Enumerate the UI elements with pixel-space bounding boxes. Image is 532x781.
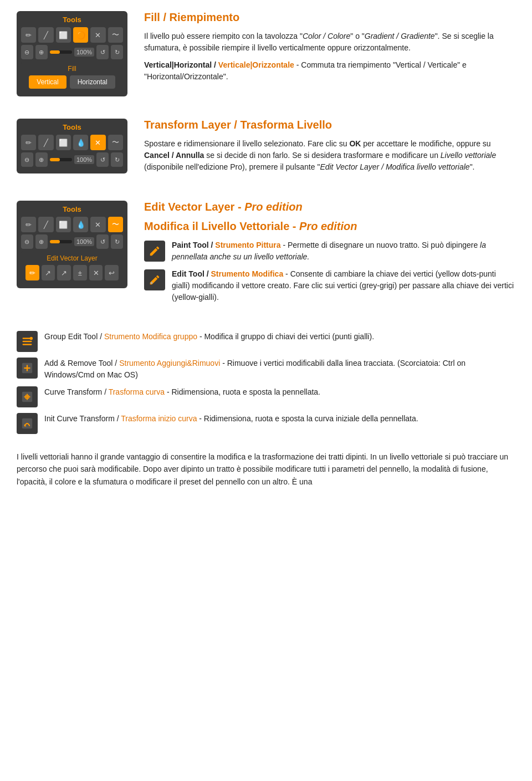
- zoom-row-3: ⊖ ⊕ 100% ↺ ↻: [21, 234, 123, 249]
- tool-row-1: ✏ ╱ ⬜ 🟠 ✕ 〜: [21, 27, 123, 43]
- edit-tool-icon-box: [144, 269, 165, 290]
- tools-panel-title-2: Tools: [21, 123, 123, 131]
- group-edit-tool-text: Group Edit Tool / Strumento Modifica gru…: [44, 331, 515, 343]
- ev-edit-btn[interactable]: ↗: [42, 265, 55, 280]
- tool-row-3: ✏ ╱ ⬜ 💧 ✕ 〜: [21, 217, 123, 232]
- redo-btn-2[interactable]: ↻: [111, 152, 123, 167]
- fill-sub-title: Fill: [25, 65, 119, 73]
- ev-group-btn[interactable]: ↗: [57, 265, 71, 280]
- undo-btn-1[interactable]: ↺: [96, 45, 109, 59]
- zoom-row-1: ⊖ ⊕ 100% ↺ ↻: [21, 45, 123, 59]
- transform-section: Tools ✏ ╱ ⬜ 💧 ✕ 〜 ⊖ ⊕ 100% ↺ ↻ Transform…: [17, 119, 515, 178]
- shape-tool-btn-2[interactable]: ⬜: [56, 135, 71, 150]
- transform-content: Transform Layer / Trasforma Livello Spos…: [144, 119, 515, 178]
- init-curve-item: Init Curve Transform / Trasforma inizio …: [17, 413, 515, 434]
- wave-tool-btn-3[interactable]: 〜: [108, 217, 123, 232]
- final-paragraph: I livelli vettoriali hanno il grande van…: [17, 451, 515, 488]
- tools-panel-title-1: Tools: [21, 16, 123, 24]
- paint-tool-icon-box: [144, 241, 165, 262]
- group-edit-icon-box: [17, 331, 38, 352]
- edit-tool-desc: Edit Tool / Strumento Modifica - Consent…: [172, 268, 515, 303]
- paint-tool-row: Paint Tool / Strumento Pittura - Permett…: [144, 239, 515, 263]
- paint-tool-desc: Paint Tool / Strumento Pittura - Permett…: [172, 239, 515, 263]
- zoom-out-btn-1[interactable]: ⊖: [21, 45, 33, 59]
- undo-btn-2[interactable]: ↺: [96, 152, 109, 167]
- ev-add-btn[interactable]: ±: [73, 265, 87, 280]
- ev-btn-row: ✏ ↗ ↗ ± ✕ ↩: [25, 265, 119, 280]
- pencil-tool-btn-3[interactable]: ╱: [38, 217, 53, 232]
- fill-tool-btn-3[interactable]: 💧: [73, 217, 88, 232]
- pencil-tool-btn[interactable]: ╱: [38, 27, 53, 43]
- pencil-tool-btn-2[interactable]: ╱: [38, 135, 53, 150]
- fill-buttons: Vertical Horizontal: [25, 75, 119, 89]
- ev-paint-btn[interactable]: ✏: [25, 265, 39, 280]
- fill-content: Fill / Riempimento Il livello può essere…: [144, 11, 515, 88]
- ev-curve-btn[interactable]: ✕: [89, 265, 103, 280]
- zoom-in-btn-3[interactable]: ⊕: [35, 234, 48, 249]
- edit-vector-section: Tools ✏ ╱ ⬜ 💧 ✕ 〜 ⊖ ⊕ 100% ↺ ↻ Edit Vect…: [17, 201, 515, 309]
- brush-tool-btn[interactable]: ✏: [21, 27, 36, 43]
- zoom-out-btn-3[interactable]: ⊖: [21, 234, 33, 249]
- fill-para-1: Il livello può essere riempito con la ta…: [144, 30, 515, 54]
- wave-tool-btn[interactable]: 〜: [108, 27, 123, 43]
- zoom-pct-2: 100%: [74, 155, 94, 164]
- eraser-tool-btn-3[interactable]: ✕: [90, 217, 105, 232]
- redo-btn-3[interactable]: ↻: [111, 234, 123, 249]
- redo-btn-1[interactable]: ↻: [111, 45, 123, 59]
- fill-sub-panel: Fill Vertical Horizontal: [21, 62, 123, 92]
- svg-point-1: [30, 337, 33, 340]
- edit-vector-sub-title: Edit Vector Layer: [25, 254, 119, 262]
- vertical-btn[interactable]: Vertical: [29, 75, 66, 89]
- eraser-tool-btn[interactable]: ✕: [90, 27, 105, 43]
- zoom-slider-2[interactable]: [50, 158, 72, 161]
- zoom-row-2: ⊖ ⊕ 100% ↺ ↻: [21, 152, 123, 167]
- transform-tools-panel: Tools ✏ ╱ ⬜ 💧 ✕ 〜 ⊖ ⊕ 100% ↺ ↻: [17, 119, 127, 173]
- shape-tool-btn-3[interactable]: ⬜: [56, 217, 71, 232]
- svg-point-0: [151, 282, 153, 284]
- curve-transform-icon-box: [17, 386, 38, 407]
- zoom-out-btn-2[interactable]: ⊖: [21, 152, 33, 167]
- undo-btn-3[interactable]: ↺: [96, 234, 109, 249]
- add-remove-tool-text: Add & Remove Tool / Strumento Aggiungi&R…: [44, 358, 515, 381]
- init-curve-text: Init Curve Transform / Trasforma inizio …: [44, 413, 515, 425]
- transform-para: Spostare e ridimensionare il livello sel…: [144, 138, 515, 173]
- ev-init-btn[interactable]: ↩: [105, 265, 119, 280]
- add-remove-icon-box: [17, 358, 38, 379]
- paint-tool-icon: [149, 245, 161, 257]
- edit-vector-tools-panel: Tools ✏ ╱ ⬜ 💧 ✕ 〜 ⊖ ⊕ 100% ↺ ↻ Edit Vect…: [17, 201, 127, 288]
- final-text: I livelli vettoriali hanno il grande van…: [17, 451, 515, 488]
- fill-para-2: Vertical|Horizontal / Verticale|Orizzont…: [144, 59, 515, 83]
- init-curve-icon-box: [17, 413, 38, 434]
- zoom-in-btn-1[interactable]: ⊕: [35, 45, 48, 59]
- curve-transform-icon: [21, 391, 33, 403]
- init-curve-icon: [21, 417, 33, 430]
- edit-vector-title1: Edit Vector Layer - Pro edition: [144, 201, 515, 213]
- zoom-in-btn-2[interactable]: ⊕: [35, 152, 48, 167]
- curve-transform-text: Curve Transform / Trasforma curva - Ridi…: [44, 386, 515, 398]
- zoom-pct-3: 100%: [74, 237, 94, 246]
- transform-title: Transform Layer / Trasforma Livello: [144, 119, 515, 131]
- brush-tool-btn-2[interactable]: ✏: [21, 135, 36, 150]
- horizontal-btn[interactable]: Horizontal: [70, 75, 115, 89]
- tools-panel-title-3: Tools: [21, 205, 123, 213]
- fill-section: Tools ✏ ╱ ⬜ 🟠 ✕ 〜 ⊖ ⊕ 100% ↺ ↻ Fill Vert…: [17, 11, 515, 96]
- zoom-slider-1[interactable]: [50, 50, 72, 54]
- edit-vector-sub-panel: Edit Vector Layer ✏ ↗ ↗ ± ✕ ↩: [21, 251, 123, 284]
- fill-tools-panel: Tools ✏ ╱ ⬜ 🟠 ✕ 〜 ⊖ ⊕ 100% ↺ ↻ Fill Vert…: [17, 11, 127, 96]
- edit-tool-icon: [149, 274, 161, 286]
- zoom-slider-3[interactable]: [50, 240, 72, 243]
- edit-vector-title2: Modifica il Livello Vettoriale - Pro edi…: [144, 220, 515, 233]
- group-edit-icon: [21, 335, 33, 348]
- edit-tool-row: Edit Tool / Strumento Modifica - Consent…: [144, 268, 515, 303]
- shape-tool-btn[interactable]: ⬜: [56, 27, 71, 43]
- edit-vector-content: Edit Vector Layer - Pro edition Modifica…: [144, 201, 515, 309]
- fill-tool-btn-2[interactable]: 💧: [73, 135, 88, 150]
- transform-tool-btn[interactable]: ✕: [90, 135, 105, 150]
- add-remove-icon: [21, 362, 33, 374]
- fill-tool-btn[interactable]: 🟠: [73, 27, 88, 43]
- wave-tool-btn-2[interactable]: 〜: [108, 135, 123, 150]
- brush-tool-btn-3[interactable]: ✏: [21, 217, 36, 232]
- fill-title: Fill / Riempimento: [144, 11, 515, 24]
- add-remove-tool-item: Add & Remove Tool / Strumento Aggiungi&R…: [17, 358, 515, 381]
- group-edit-tool-item: Group Edit Tool / Strumento Modifica gru…: [17, 331, 515, 352]
